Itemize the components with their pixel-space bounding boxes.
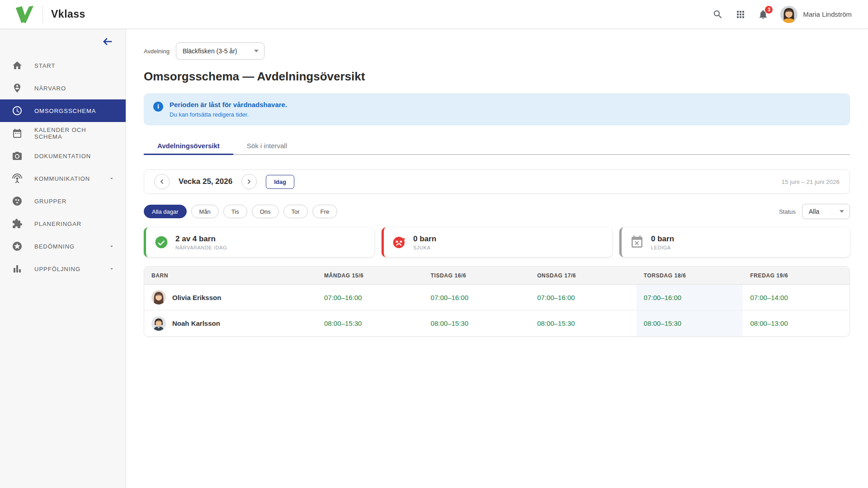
info-banner: i Perioden är låst för vårdnadshavare. D… — [144, 94, 850, 125]
chip-ons[interactable]: Ons — [252, 205, 279, 218]
column-header-wednesday: ONSDAG 17/6 — [530, 267, 637, 285]
chevron-down-icon — [254, 50, 259, 52]
next-week-button[interactable] — [241, 174, 257, 189]
sidebar-item-dokumentation[interactable]: DOKUMENTATION — [0, 145, 126, 167]
status-select[interactable]: Alla — [802, 204, 850, 219]
notification-badge: 3 — [765, 6, 773, 14]
stat-card-free: 0 barn LEDIGA — [619, 227, 850, 257]
sidebar-item-grupper[interactable]: GRUPPER — [0, 190, 126, 212]
person-pin-icon — [12, 83, 23, 94]
schedule-cell-friday[interactable]: 07:00–14:00 — [743, 285, 849, 310]
sidebar-item-kommunikation[interactable]: KOMMUNIKATION — [0, 167, 126, 190]
schedule-cell-thursday-today[interactable]: 07:00–16:00 — [637, 285, 743, 310]
chip-tor[interactable]: Tor — [283, 205, 308, 218]
child-name: Noah Karlsson — [172, 319, 220, 327]
tab-avdelningsoversikt[interactable]: Avdelningsöversikt — [144, 137, 233, 155]
user-menu[interactable]: Maria Lindström — [780, 6, 852, 23]
chevron-down-icon — [108, 175, 115, 182]
sick-face-icon — [392, 235, 406, 249]
vklass-logo-icon — [14, 5, 34, 24]
camera-icon — [12, 150, 23, 161]
column-header-monday: MÅNDAG 15/6 — [317, 267, 424, 285]
brand: Vklass — [0, 5, 85, 24]
child-avatar — [151, 316, 166, 331]
week-navigation: Vecka 25, 2026 Idag 15 juni – 21 juni 20… — [144, 169, 850, 194]
chip-alla-dagar[interactable]: Alla dagar — [144, 205, 187, 218]
antenna-icon — [12, 173, 23, 184]
child-name: Olivia Eriksson — [172, 294, 221, 301]
stat-card-present: 2 av 4 barn NÄRVARANDE IDAG — [144, 227, 374, 257]
stat-caption: LEDIGA — [651, 245, 674, 250]
brand-name: Vklass — [51, 8, 85, 20]
calendar-icon — [12, 128, 23, 139]
department-select-value: Bläckfisken (3-5 år) — [183, 47, 237, 55]
week-label: Vecka 25, 2026 — [179, 177, 232, 186]
user-name: Maria Lindström — [803, 10, 852, 18]
main-content: Avdelning Bläckfisken (3-5 år) Omsorgssc… — [126, 29, 868, 488]
sidebar-item-omsorgsschema[interactable]: OMSORGSSCHEMA — [0, 99, 126, 122]
star-circle-icon — [12, 241, 23, 252]
schedule-cell-tuesday[interactable]: 07:00–16:00 — [424, 285, 530, 310]
chevron-down-icon — [840, 210, 844, 213]
calendar-busy-icon — [630, 235, 644, 249]
info-icon: i — [153, 102, 163, 112]
chip-fre[interactable]: Fre — [312, 205, 338, 218]
department-select[interactable]: Bläckfisken (3-5 år) — [176, 42, 264, 60]
status-label: Status — [779, 208, 796, 215]
notifications-bell-icon[interactable]: 3 — [758, 9, 769, 20]
sidebar: START NÄRVARO OMSORGSSCHEMA KALENDER OCH… — [0, 29, 126, 488]
sidebar-item-bedomning[interactable]: BEDÖMNING — [0, 235, 126, 258]
schedule-cell-monday[interactable]: 07:00–16:00 — [317, 285, 424, 310]
sidebar-item-narvaro[interactable]: NÄRVARO — [0, 77, 126, 99]
apps-grid-icon[interactable] — [735, 9, 746, 20]
chip-man[interactable]: Mån — [191, 205, 219, 218]
stat-caption: NÄRVARANDE IDAG — [175, 245, 227, 250]
sidebar-collapse-arrow-icon[interactable] — [101, 35, 114, 48]
search-icon[interactable] — [712, 9, 723, 20]
sidebar-item-uppfoljning[interactable]: UPPFÖLJNING — [0, 258, 126, 280]
stat-value: 0 barn — [651, 235, 674, 244]
top-bar: Vklass 3 Maria Lindström — [0, 0, 868, 29]
sidebar-item-planeringar[interactable]: PLANERINGAR — [0, 212, 126, 235]
sidebar-item-kalender[interactable]: KALENDER OCH SCHEMA — [0, 122, 126, 145]
schedule-cell-wednesday[interactable]: 08:00–15:30 — [530, 310, 637, 336]
chevron-down-icon — [108, 266, 115, 272]
table-row-child-name[interactable]: Olivia Eriksson — [144, 285, 317, 310]
banner-subtitle: Du kan fortsätta redigera tider. — [170, 111, 287, 118]
today-button[interactable]: Idag — [266, 175, 294, 189]
previous-week-button[interactable] — [154, 174, 170, 189]
schedule-table-card: BARN MÅNDAG 15/6 TISDAG 16/6 ONSDAG 17/6… — [144, 266, 850, 337]
schedule-cell-friday[interactable]: 08:00–13:00 — [743, 310, 849, 336]
stats-row: 2 av 4 barn NÄRVARANDE IDAG 0 barn SJUKA… — [144, 227, 850, 257]
stat-value: 2 av 4 barn — [175, 235, 227, 244]
check-circle-icon — [154, 235, 169, 249]
column-header-friday: FREDAG 19/6 — [743, 267, 849, 285]
banner-title: Perioden är låst för vårdnadshavare. — [170, 101, 287, 108]
schedule-table: BARN MÅNDAG 15/6 TISDAG 16/6 ONSDAG 17/6… — [144, 267, 849, 336]
stat-caption: SJUKA — [413, 245, 436, 250]
department-label: Avdelning — [144, 48, 170, 55]
schedule-cell-wednesday[interactable]: 07:00–16:00 — [530, 285, 637, 310]
page-title: Omsorgsschema — Avdelningsöversikt — [144, 70, 850, 84]
sidebar-item-start[interactable]: START — [0, 54, 126, 77]
child-avatar — [151, 290, 166, 305]
week-date-range: 15 juni – 21 juni 2026 — [782, 178, 840, 185]
chevron-down-icon — [108, 243, 115, 249]
day-filter-row: Alla dagar Mån Tis Ons Tor Fre Status Al… — [144, 204, 850, 219]
group-circle-icon — [12, 196, 23, 206]
stat-value: 0 barn — [413, 235, 436, 244]
home-icon — [12, 60, 23, 71]
chip-tis[interactable]: Tis — [223, 205, 247, 218]
clock-icon — [12, 105, 23, 116]
column-header-thursday: TORSDAG 18/6 — [637, 267, 743, 285]
schedule-cell-tuesday[interactable]: 08:00–15:30 — [424, 310, 530, 336]
schedule-cell-thursday-today[interactable]: 08:00–15:30 — [637, 310, 743, 336]
table-row-child-name[interactable]: Noah Karlsson — [144, 310, 317, 336]
tab-bar: Avdelningsöversikt Sök i intervall — [144, 137, 850, 155]
schedule-cell-monday[interactable]: 08:00–15:30 — [317, 310, 424, 336]
column-header-barn: BARN — [144, 267, 317, 285]
column-header-tuesday: TISDAG 16/6 — [424, 267, 530, 285]
stat-card-sick: 0 barn SJUKA — [382, 227, 612, 257]
tab-sok-i-intervall[interactable]: Sök i intervall — [233, 137, 301, 155]
puzzle-icon — [12, 218, 23, 229]
